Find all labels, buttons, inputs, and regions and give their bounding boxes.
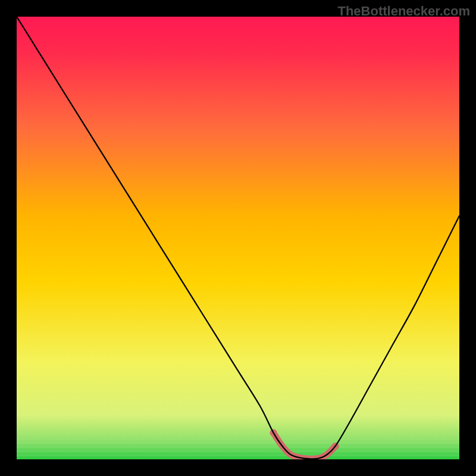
chart-container: TheBottlenecker.com xyxy=(0,0,476,476)
bottom-stripe xyxy=(17,446,459,448)
bottom-stripe xyxy=(17,438,459,440)
plot-area xyxy=(17,17,459,459)
gradient-background xyxy=(17,17,459,459)
bottleneck-chart xyxy=(17,17,459,459)
watermark-text: TheBottlenecker.com xyxy=(337,4,470,19)
bottom-stripe xyxy=(17,442,459,444)
bottom-stripe xyxy=(17,434,459,436)
bottom-stripe xyxy=(17,450,459,452)
bottom-stripe xyxy=(17,455,459,456)
